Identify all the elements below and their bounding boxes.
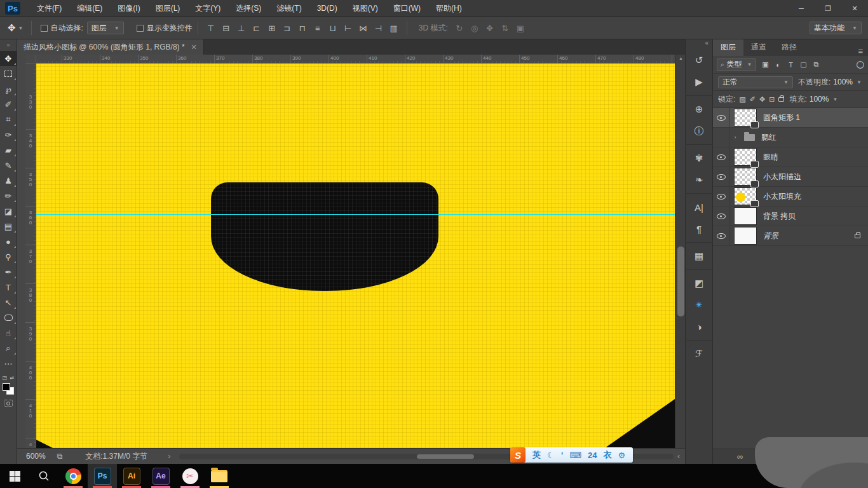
filter-type-layers-icon[interactable]: T bbox=[785, 59, 797, 71]
ime-moon-icon[interactable]: ☾ bbox=[544, 451, 558, 460]
crop-tool[interactable]: ⌗ bbox=[0, 112, 17, 127]
layer-thumbnail[interactable] bbox=[734, 168, 757, 186]
glyphs-panel-icon[interactable]: ℱ bbox=[688, 344, 710, 363]
after-effects[interactable]: Ae bbox=[146, 464, 175, 488]
toolbar-collapse-icon[interactable]: » bbox=[6, 39, 10, 51]
ime-skin-icon[interactable]: 衣 bbox=[600, 449, 615, 461]
brush-tool[interactable]: ✎ bbox=[0, 158, 17, 173]
link-layers-icon[interactable]: ∞ bbox=[737, 452, 743, 461]
photoshop[interactable]: Ps bbox=[88, 464, 117, 488]
layer-row[interactable]: ›腮红 bbox=[713, 128, 868, 147]
spot-healing-brush-tool[interactable]: ▰ bbox=[0, 142, 17, 158]
swap-colors-icon[interactable]: ⇄ bbox=[10, 375, 14, 381]
menu-image[interactable]: 图像(I) bbox=[110, 0, 147, 17]
close-tab-icon[interactable]: ✕ bbox=[191, 43, 197, 51]
visibility-cell[interactable] bbox=[713, 187, 730, 206]
brushes-panel-icon[interactable]: ✾ bbox=[688, 149, 710, 168]
menu-edit[interactable]: 编辑(E) bbox=[69, 0, 110, 17]
lock-position-icon[interactable]: ✥ bbox=[759, 95, 765, 104]
menu-view[interactable]: 视图(V) bbox=[345, 0, 386, 17]
layer-row[interactable]: 圆角矩形 1 bbox=[713, 108, 868, 128]
3d-drag-button[interactable]: ✥ bbox=[483, 21, 497, 35]
layer-row[interactable]: 背景 bbox=[713, 226, 868, 246]
sogou-ime-logo[interactable]: S bbox=[510, 447, 526, 463]
align-bottom-edges-button[interactable]: ⊥ bbox=[234, 21, 248, 35]
type-tool[interactable]: T bbox=[0, 280, 17, 295]
filter-shape-layers-icon[interactable]: ▢ bbox=[798, 59, 810, 71]
eraser-tool[interactable]: ◪ bbox=[0, 203, 17, 219]
auto-select-checkbox[interactable] bbox=[41, 25, 48, 32]
adjustments-panel-icon[interactable]: ◩ bbox=[688, 274, 710, 293]
snipping-tool[interactable]: ✂ bbox=[175, 464, 205, 488]
align-right-edges-button[interactable]: ⊐ bbox=[280, 21, 294, 35]
dodge-tool[interactable]: ⚲ bbox=[0, 249, 17, 264]
distribute-vertical-centers-button[interactable]: ≡ bbox=[311, 21, 325, 35]
tab-channels[interactable]: 通道 bbox=[743, 39, 774, 56]
menu-window[interactable]: 窗口(W) bbox=[386, 0, 428, 17]
layer-thumbnail[interactable] bbox=[734, 148, 757, 166]
pen-tool[interactable]: ✒ bbox=[0, 264, 17, 280]
tab-paths[interactable]: 路径 bbox=[774, 39, 804, 56]
close-window-button[interactable]: ✕ bbox=[841, 0, 868, 17]
hand-tool[interactable]: ☝ bbox=[0, 325, 17, 341]
color-themes-panel-icon[interactable]: ◑ bbox=[688, 317, 710, 336]
auto-select-dropdown[interactable]: 图层 ▼ bbox=[87, 22, 124, 34]
visibility-cell[interactable] bbox=[713, 226, 730, 245]
layer-thumbnail[interactable] bbox=[734, 187, 757, 205]
history-brush-tool[interactable]: ✏ bbox=[0, 188, 17, 203]
tool-preset-caret-icon[interactable]: ▼ bbox=[18, 25, 24, 31]
visibility-cell[interactable] bbox=[713, 128, 730, 147]
blur-tool[interactable]: ● bbox=[0, 234, 17, 249]
visibility-cell[interactable] bbox=[713, 167, 730, 186]
clone-stamp-tool[interactable]: ♟ bbox=[0, 173, 17, 188]
quick-selection-tool[interactable]: ✐ bbox=[0, 97, 17, 112]
blend-mode-dropdown[interactable]: 正常 ▼ bbox=[718, 76, 793, 88]
libraries-panel-icon[interactable]: ⊕ bbox=[688, 100, 710, 119]
horizontal-ruler[interactable]: 3303403503603703803904004104204304404504… bbox=[36, 55, 675, 64]
visibility-cell[interactable] bbox=[713, 147, 730, 166]
ime-language-icon[interactable]: 英 bbox=[529, 449, 544, 461]
align-vertical-centers-button[interactable]: ⊟ bbox=[219, 21, 233, 35]
filter-smart-objects-icon[interactable]: ⧉ bbox=[811, 59, 822, 71]
layer-thumbnail[interactable] bbox=[734, 109, 757, 126]
layer-row[interactable]: 小太阳填充 bbox=[713, 187, 868, 207]
ime-punctuation-icon[interactable]: ’ bbox=[558, 451, 567, 460]
distribute-bottom-edges-button[interactable]: ⊔ bbox=[326, 21, 340, 35]
distribute-horizontal-centers-button[interactable]: ⋈ bbox=[356, 21, 370, 35]
dock-collapse-icon[interactable]: « bbox=[705, 39, 709, 50]
distribute-left-edges-button[interactable]: ⊢ bbox=[341, 21, 355, 35]
character-panel-icon[interactable]: A| bbox=[688, 198, 710, 217]
layer-row[interactable]: 小太阳描边 bbox=[713, 167, 868, 187]
info-panel-icon[interactable]: ⓘ bbox=[688, 121, 710, 140]
default-colors-icon[interactable]: ◳ bbox=[3, 375, 8, 381]
move-tool[interactable]: ✥ bbox=[0, 51, 17, 66]
quick-mask-icon[interactable] bbox=[4, 400, 13, 407]
show-transform-checkbox[interactable] bbox=[137, 25, 144, 32]
lock-paint-icon[interactable]: ✐ bbox=[750, 95, 756, 104]
illustrator[interactable]: Ai bbox=[117, 464, 146, 488]
menu-file[interactable]: 文件(F) bbox=[29, 0, 69, 17]
scroll-left-icon[interactable]: ‹ bbox=[677, 452, 680, 461]
lock-artboard-icon[interactable]: ⊡ bbox=[769, 95, 775, 104]
swatches-panel-icon[interactable]: ▦ bbox=[688, 247, 710, 266]
filter-type-dropdown[interactable]: ⌕ 类型 ▼ bbox=[717, 58, 756, 71]
ruler-origin-corner[interactable] bbox=[25, 55, 36, 64]
gradient-tool[interactable]: ▤ bbox=[0, 219, 17, 234]
align-top-edges-button[interactable]: ⊤ bbox=[204, 21, 218, 35]
document-tab[interactable]: 描边风格小图标 @ 600% (圆角矩形 1, RGB/8) * ✕ bbox=[17, 39, 204, 55]
zoom-tool[interactable]: ⌕ bbox=[0, 341, 17, 356]
menu-help[interactable]: 帮助(H) bbox=[428, 0, 470, 17]
layer-thumbnail[interactable] bbox=[734, 207, 757, 225]
eyedropper-tool[interactable]: ✑ bbox=[0, 127, 17, 142]
panel-menu-icon[interactable]: ≡ bbox=[858, 46, 863, 56]
tab-layers[interactable]: 图层 bbox=[713, 39, 743, 56]
distribute-spacing-button[interactable]: ▥ bbox=[387, 21, 401, 35]
align-left-edges-button[interactable]: ⊏ bbox=[250, 21, 264, 35]
menu-3d[interactable]: 3D(D) bbox=[309, 0, 345, 17]
horizontal-scrollbar-thumb[interactable] bbox=[417, 454, 474, 459]
3d-rotate-button[interactable]: ↻ bbox=[452, 21, 466, 35]
start-button[interactable] bbox=[0, 464, 29, 488]
rounded-rectangle-shape[interactable] bbox=[211, 182, 438, 291]
path-selection-tool[interactable]: ↖ bbox=[0, 295, 17, 310]
file-explorer[interactable] bbox=[205, 464, 234, 488]
